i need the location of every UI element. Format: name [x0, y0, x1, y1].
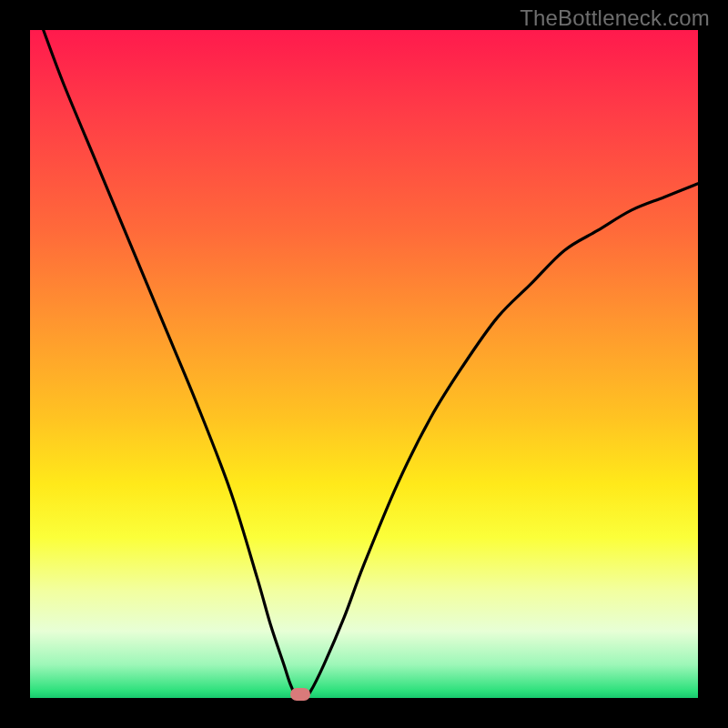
plot-area: [30, 30, 698, 698]
optimum-marker: [290, 688, 310, 701]
watermark-text: TheBottleneck.com: [520, 5, 710, 31]
chart-frame: TheBottleneck.com: [0, 0, 728, 728]
bottleneck-curve: [30, 30, 698, 698]
